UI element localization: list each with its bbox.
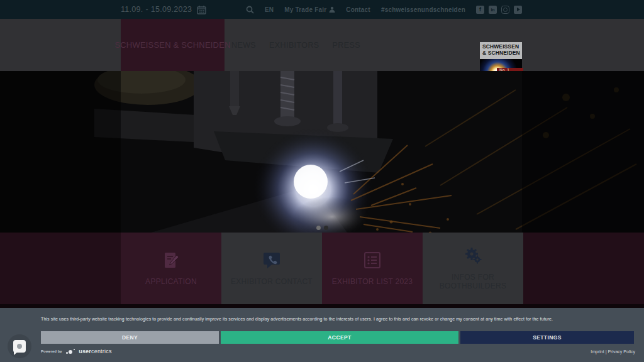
gears-icon: [463, 246, 483, 265]
contact-link[interactable]: Contact: [346, 6, 370, 13]
nav-tab-exhibitors[interactable]: EXHIBITORS: [269, 41, 319, 50]
tile-exhibitor-list[interactable]: EXHIBITOR LIST 2023: [322, 233, 423, 304]
facebook-icon[interactable]: f: [476, 6, 484, 14]
tile-label: EXHIBITOR CONTACT: [230, 277, 313, 286]
slider-dot-1[interactable]: [316, 226, 321, 230]
tile-application[interactable]: APPLICATION: [121, 233, 221, 304]
nav-tab-schweissen-schneiden[interactable]: SCHWEISSEN & SCHNEIDEN: [121, 19, 225, 71]
brand-logo-wordmark: SCHWEISSEN & SCHNEIDEN: [480, 42, 522, 59]
tile-infos-boothbuilders[interactable]: INFOS FOR BOOTHBUILDERS: [423, 233, 523, 304]
legal-separator: |: [606, 349, 607, 354]
page: 11.09. - 15.09.2023: [0, 0, 644, 362]
main-nav: SCHWEISSEN & SCHNEIDEN NEWS EXHIBITORS P…: [0, 19, 644, 71]
consent-message: This site uses third-party website track…: [41, 317, 632, 321]
list-icon: [363, 251, 382, 270]
nav-tab-press[interactable]: PRESS: [333, 41, 360, 50]
legal-links: Imprint | Privacy Policy: [591, 349, 635, 354]
calendar-icon[interactable]: [197, 5, 206, 14]
tile-label: APPLICATION: [130, 277, 213, 286]
tile-label: EXHIBITOR LIST 2023: [331, 277, 414, 286]
top-bar: 11.09. - 15.09.2023: [0, 0, 644, 19]
deny-button[interactable]: DENY: [41, 331, 219, 344]
social-links: f in: [476, 6, 522, 14]
hero-slider: [0, 71, 644, 233]
chat-bubble-icon: [13, 340, 26, 353]
tile-exhibitor-contact[interactable]: EXHIBITOR CONTACT: [221, 233, 322, 304]
hashtag-link[interactable]: #schweissenundschneiden: [381, 6, 465, 13]
chat-widget-button[interactable]: [8, 334, 31, 358]
quick-links: APPLICATION EXHIBITOR CONTACT: [0, 233, 644, 304]
search-icon[interactable]: [246, 6, 254, 14]
my-trade-fair-link[interactable]: My Trade Fair: [284, 6, 335, 13]
cookie-consent-banner: This site uses third-party website track…: [0, 308, 644, 362]
powered-by-label: Powered by: [41, 349, 62, 353]
nav-active-label: SCHWEISSEN & SCHNEIDEN: [114, 40, 230, 50]
application-form-icon: [162, 251, 180, 270]
imprint-link[interactable]: Imprint: [591, 349, 604, 354]
usercentrics-wordmark: usercentrics: [79, 348, 111, 354]
accept-button[interactable]: ACCEPT: [221, 331, 458, 344]
youtube-icon[interactable]: [514, 6, 522, 14]
event-date-group[interactable]: 11.09. - 15.09.2023: [121, 5, 206, 14]
user-icon: [329, 6, 335, 13]
my-trade-fair-label: My Trade Fair: [284, 6, 326, 13]
chat-phone-icon: [262, 251, 282, 270]
linkedin-icon[interactable]: in: [489, 6, 497, 14]
instagram-icon[interactable]: [501, 6, 509, 14]
powered-by[interactable]: Powered by usercentrics: [41, 348, 112, 354]
privacy-policy-link[interactable]: Privacy Policy: [608, 349, 635, 354]
language-switch[interactable]: EN: [265, 6, 274, 13]
event-date: 11.09. - 15.09.2023: [121, 5, 192, 14]
nav-tab-news[interactable]: NEWS: [231, 41, 256, 50]
hero-welding-image: [0, 71, 644, 233]
settings-button[interactable]: SETTINGS: [460, 331, 634, 344]
usercentrics-logo-icon: [66, 349, 75, 354]
tile-label: INFOS FOR BOOTHBUILDERS: [431, 273, 514, 291]
slider-dot-2[interactable]: [324, 226, 328, 230]
